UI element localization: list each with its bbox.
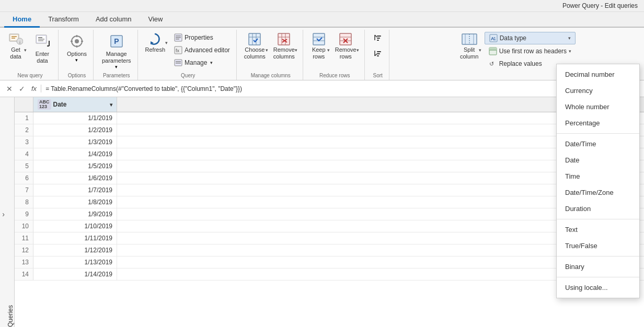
svg-rect-10 [38,40,43,41]
query-group-label: Query [143,72,233,80]
menu-item-truefalse[interactable]: True/False [557,238,639,254]
svg-rect-59 [377,55,379,56]
svg-point-14 [75,39,79,43]
svg-rect-52 [377,36,381,37]
tab-transform[interactable]: Transform [40,12,87,28]
svg-text:P: P [114,37,119,45]
row-number: 2 [15,124,33,136]
menu-item-datetime[interactable]: Date/Time [557,136,639,152]
tab-home[interactable]: Home [4,12,40,28]
menu-item-currency[interactable]: Currency [557,83,639,99]
advanced-editor-button[interactable]: fx Advanced editor [171,44,233,56]
column-type-icon: ABC123 [38,99,51,110]
menu-item-decimal-number[interactable]: Decimal number [557,66,639,83]
get-data-arrow[interactable]: ▾ [24,48,27,53]
sort-ascending-button[interactable] [370,31,386,44]
manage-arrow: ▾ [210,60,213,65]
table-row: 11 1/11/2019 [15,232,644,244]
sort-buttons [370,31,386,72]
menu-item-text[interactable]: Text [557,221,639,238]
date-cell: 1/9/2019 [33,208,117,220]
menu-item-duration[interactable]: Duration [557,201,639,217]
data-type-button[interactable]: A 1 Data type ▾ [485,32,576,44]
ribbon-group-reduce-rows: Keeprows ▾ [305,30,365,80]
svg-rect-25 [176,39,179,40]
svg-rect-23 [176,36,181,37]
table-row: 10 1/10/2019 [15,220,644,232]
manage-label: Manage [185,59,207,66]
choose-columns-label: Choosecolumns [244,46,266,60]
date-cell: 1/3/2019 [33,136,117,148]
grid-body: 1 1/1/2019 2 1/2/2019 3 1/3/2019 4 1/4/2… [15,112,644,281]
menu-item-date[interactable]: Date [557,152,639,168]
remove-rows-button[interactable]: Removerows ▾ [333,31,361,61]
svg-rect-57 [377,51,381,52]
menu-item-whole-number[interactable]: Whole number [557,99,639,115]
new-query-buttons: ↓ Getdata ▾ [5,31,55,72]
advanced-editor-label: Advanced editor [185,46,230,54]
refresh-arrow[interactable]: ▾ [165,40,168,45]
enter-data-button[interactable]: Enterdata [30,31,55,66]
confirm-formula-icon[interactable]: ✓ [17,84,27,94]
ribbon-group-manage-columns: Choosecolumns ▾ [239,30,303,80]
keep-rows-button[interactable]: Keeprows ▾ [308,31,332,61]
queries-toggle-button[interactable]: › [0,97,7,327]
svg-rect-16 [76,45,77,48]
options-group-label: Options [64,72,90,80]
table-row: 9 1/9/2019 [15,208,644,220]
formula-fx-label: fx [31,85,41,92]
remove-rows-label: Removerows [335,46,356,60]
table-row: 12 1/12/2019 [15,244,644,256]
properties-label: Properties [185,34,213,41]
menu-item-using-locale[interactable]: Using locale... [557,279,639,296]
use-first-row-button[interactable]: Use first row as headers ▾ [485,45,576,57]
date-cell: 1/7/2019 [33,184,117,196]
svg-text:fx: fx [176,48,180,53]
row-number: 13 [15,256,33,268]
svg-rect-15 [76,35,77,37]
table-row: 14 1/14/2019 [15,268,644,281]
split-column-button[interactable]: Splitcolumn ▾ [458,31,484,61]
remove-columns-button[interactable]: Removecolumns ▾ [271,31,300,61]
menu-separator [557,277,639,277]
refresh-button[interactable]: Refresh ▾ [143,31,170,54]
enter-data-label: Enterdata [36,51,49,64]
manage-parameters-button[interactable]: P Manageparameters ▾ [99,31,134,72]
svg-rect-58 [377,53,380,54]
svg-rect-31 [249,33,260,45]
row-number: 8 [15,196,33,208]
query-buttons: Refresh ▾ Properties [143,31,233,72]
menu-item-time[interactable]: Time [557,168,639,184]
ribbon-group-options: Options ▾ Options [61,30,94,80]
get-data-button[interactable]: ↓ Getdata ▾ [5,31,29,61]
choose-columns-button[interactable]: Choosecolumns ▾ [242,31,270,61]
manage-icon [174,59,182,67]
date-cell: 1/8/2019 [33,196,117,208]
row-number: 5 [15,160,33,172]
use-first-row-arrow: ▾ [569,49,571,54]
menu-item-datetimezone[interactable]: Date/Time/Zone [557,184,639,201]
menu-item-binary[interactable]: Binary [557,259,639,275]
table-row: 2 1/2/2019 [15,124,644,136]
sort-descending-button[interactable] [370,46,386,60]
grid-header-row: ABC123 Date ▾ [15,97,644,112]
column-dropdown-arrow[interactable]: ▾ [110,102,112,108]
manage-columns-group-label: Manage columns [242,72,300,80]
date-column-header[interactable]: ABC123 Date ▾ [33,97,117,112]
row-number: 3 [15,136,33,148]
svg-rect-30 [176,63,181,64]
menu-item-percentage[interactable]: Percentage [557,115,639,131]
table-row: 1 1/1/2019 [15,112,644,124]
cancel-formula-icon[interactable]: ✕ [4,84,15,94]
svg-rect-44 [340,33,351,45]
ribbon-group-new-query: ↓ Getdata ▾ [2,30,59,80]
data-type-arrow: ▾ [568,36,571,41]
options-button[interactable]: Options ▾ [64,31,90,65]
date-cell: 1/5/2019 [33,160,117,172]
manage-button[interactable]: Manage ▾ [171,57,233,68]
tab-add-column[interactable]: Add column [87,12,140,28]
properties-button[interactable]: Properties [171,32,233,43]
tab-view[interactable]: View [140,12,171,28]
svg-rect-17 [71,41,73,42]
formula-text: = Table.RenameColumns(#"Converted to tab… [45,85,640,92]
